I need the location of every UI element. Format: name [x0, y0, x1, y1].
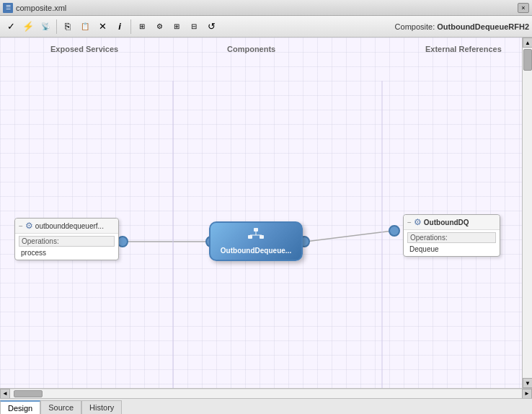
svg-point-2	[118, 237, 128, 247]
toolbar-separator-1	[56, 19, 57, 34]
svg-rect-10	[248, 235, 252, 239]
scroll-thumb-bottom[interactable]	[14, 390, 43, 397]
service-node-title: outbounddequeuerf...	[35, 222, 104, 230]
props-button[interactable]: ⚙	[151, 19, 167, 35]
svg-rect-9	[254, 228, 258, 232]
connections-svg	[0, 38, 522, 388]
canvas[interactable]: Exposed Services Components External Ref…	[0, 38, 522, 388]
service-node-header: − ⚙ outbounddequeuerf...	[15, 219, 118, 234]
tab-history[interactable]: History	[81, 400, 122, 414]
service-ops-item-process: process	[19, 248, 115, 257]
toolbar: ✓ ⚡ 📡 ⎘ 📋 ✕ i ⊞ ⚙ ⊞ ⊟ ↺ Composite: Outbo…	[0, 16, 532, 38]
exposed-services-header: Exposed Services	[50, 45, 118, 53]
service-node-gear-icon: ⚙	[25, 221, 33, 231]
title-text: composite.xml	[16, 4, 515, 12]
scroll-track-right[interactable]	[523, 48, 532, 378]
title-bar: ☰ composite.xml ×	[0, 0, 532, 16]
scroll-track-bottom[interactable]	[10, 389, 522, 398]
service-ops-label: Operations:	[19, 236, 115, 247]
svg-rect-11	[260, 235, 264, 239]
service-node-minus-icon: −	[19, 222, 23, 230]
copy-button[interactable]: ⎘	[60, 19, 76, 35]
composite-label: Composite: OutboundDequeueRFH2	[395, 22, 529, 31]
composite-name: OutboundDequeueRFH2	[437, 22, 529, 31]
ext-ref-gear-icon: ⚙	[414, 217, 422, 227]
scroll-thumb-right[interactable]	[523, 49, 532, 71]
collapse-button[interactable]: ⊟	[186, 19, 202, 35]
ext-ref-ops-label: Operations:	[407, 232, 496, 243]
refresh-button[interactable]: ↺	[203, 19, 219, 35]
scroll-down-button[interactable]: ▼	[523, 378, 532, 388]
validate-button[interactable]: ✓	[3, 19, 19, 35]
ext-ref-body: Operations: Dequeue	[404, 230, 500, 256]
toolbar-separator-2	[130, 19, 131, 34]
ext-ref-minus-icon: −	[407, 219, 412, 226]
close-button[interactable]: ×	[518, 3, 529, 13]
svg-line-4	[306, 231, 393, 242]
components-header: Components	[227, 45, 275, 53]
scrollbar-right[interactable]: ▲ ▼	[522, 38, 532, 388]
info-button[interactable]: i	[112, 19, 128, 35]
scroll-up-button[interactable]: ▲	[523, 38, 532, 48]
file-icon: ☰	[3, 3, 13, 13]
service-node[interactable]: − ⚙ outbounddequeuerf... Operations: pro…	[14, 218, 119, 260]
paste-button[interactable]: 📋	[77, 19, 93, 35]
scroll-left-button[interactable]: ◄	[0, 389, 10, 399]
signal-button[interactable]: 📡	[37, 19, 53, 35]
tab-source[interactable]: Source	[40, 400, 81, 414]
expand-button[interactable]: ⊞	[169, 19, 185, 35]
view-button[interactable]: ⊞	[134, 19, 150, 35]
ext-ref-node[interactable]: − ⚙ OutboundDQ Operations: Dequeue	[403, 214, 500, 257]
scroll-right-button[interactable]: ►	[522, 389, 532, 399]
component-label: OutboundDequeue...	[221, 247, 291, 255]
component-node[interactable]: OutboundDequeue...	[209, 221, 303, 261]
service-node-body: Operations: process	[15, 234, 118, 260]
tab-design[interactable]: Design	[0, 400, 40, 414]
ext-ref-title: OutboundDQ	[424, 219, 469, 226]
external-references-header: External References	[425, 45, 502, 53]
main-area: Exposed Services Components External Ref…	[0, 38, 532, 388]
ext-ref-ops-item-dequeue: Dequeue	[407, 245, 496, 254]
bottom-scrollbar[interactable]: ◄ ►	[0, 388, 532, 398]
svg-point-6	[389, 226, 399, 236]
run-button[interactable]: ⚡	[20, 19, 36, 35]
tab-bar: Design Source History	[0, 398, 532, 414]
component-icon	[247, 228, 265, 245]
ext-ref-header: − ⚙ OutboundDQ	[404, 215, 500, 230]
delete-button[interactable]: ✕	[94, 19, 110, 35]
